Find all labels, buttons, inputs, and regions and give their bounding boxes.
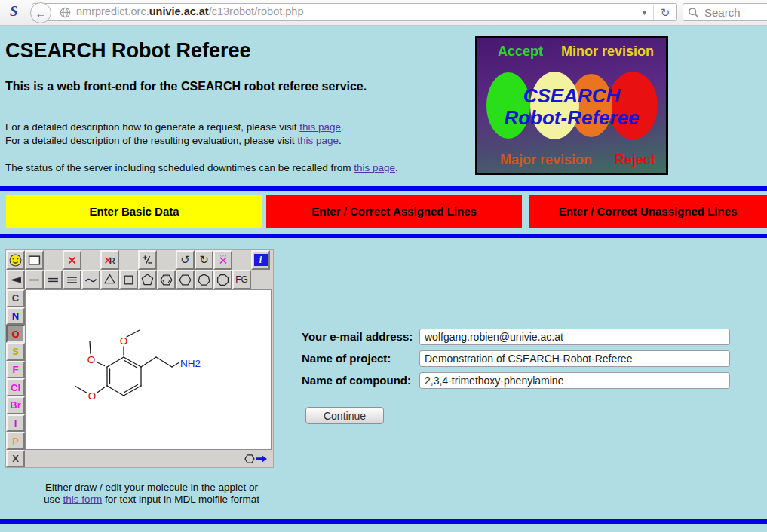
url-path: /c13robot/robot.php — [209, 5, 304, 17]
svg-text:R: R — [109, 255, 115, 264]
request-description-link[interactable]: this page — [299, 121, 341, 133]
info-icon: i — [254, 254, 268, 266]
redo-icon: ↻ — [199, 253, 209, 267]
single-bond-icon — [28, 274, 41, 286]
compound-name-field[interactable] — [419, 372, 730, 389]
element-button-carbon[interactable]: C — [6, 289, 25, 307]
url-history-caret-icon[interactable]: ▼ — [641, 9, 648, 17]
ring-8-button[interactable] — [213, 270, 232, 289]
toolbar-spacer — [44, 250, 63, 270]
chain-button[interactable] — [81, 270, 100, 289]
back-button[interactable]: ← — [30, 2, 51, 23]
clean-structure-button[interactable] — [213, 250, 232, 270]
oxygen-atom-label: O — [88, 390, 97, 402]
element-button-bromine[interactable]: Br — [6, 396, 25, 414]
charge-button[interactable] — [138, 250, 157, 270]
note-line2-pre: use — [44, 494, 63, 505]
browser-toolbar: S nmrpredict.orc.univie.ac.at/c13robot/r… — [0, 0, 767, 26]
evaluation-description-link[interactable]: this page — [297, 135, 339, 146]
pentagon-ring-icon — [141, 274, 154, 286]
export-molecule-icon[interactable] — [244, 453, 269, 465]
delete-group-icon: R — [103, 254, 116, 267]
divider-middle — [0, 234, 767, 238]
accept-label: Accept — [498, 44, 543, 60]
delete-icon — [66, 255, 78, 266]
para1-period: . — [341, 121, 344, 133]
divider-top — [0, 186, 767, 191]
description-line-2: For a detailed description of the result… — [5, 135, 342, 146]
toolbar-spacer — [119, 250, 138, 270]
server-status-link[interactable]: this page — [354, 162, 395, 173]
para2-text: For a detailed description of the result… — [5, 135, 297, 146]
stereo-bond-button[interactable] — [6, 270, 25, 289]
single-bond-button[interactable] — [25, 270, 44, 289]
delete-group-button[interactable]: R — [100, 250, 119, 270]
ring-4-button[interactable] — [119, 270, 138, 289]
oxygen-atom-label: O — [87, 354, 96, 365]
element-button-nitrogen[interactable]: N — [6, 307, 25, 326]
element-button-phosphorus[interactable]: P — [6, 432, 25, 450]
ring-6-button[interactable] — [176, 270, 195, 289]
element-column: C N O S F Cl Br I P — [6, 289, 25, 450]
note-line1: Either draw / edit your molecule in the … — [45, 482, 258, 493]
benzene-ring-icon — [160, 274, 173, 286]
description-line-1: For a detailed description how to genera… — [5, 121, 344, 133]
reload-button[interactable]: ↻ — [653, 5, 676, 20]
logo-title-line2: Robot-Referee — [477, 107, 666, 129]
element-button-fluorine[interactable]: F — [6, 361, 25, 379]
browser-search-box[interactable] — [683, 3, 767, 21]
functional-group-label: FG — [235, 274, 248, 285]
element-button-oxygen-selected[interactable]: O — [6, 325, 25, 343]
robot-referee-logo: Accept Minor revision CSEARCH Robot-Refe… — [475, 36, 668, 175]
tab-enter-correct-unassigned-lines[interactable]: Enter / Correct Unassigned Lines — [529, 195, 767, 228]
email-field[interactable] — [419, 329, 730, 345]
element-button-sulfur[interactable]: S — [6, 343, 25, 361]
session-manager-icon[interactable]: S — [10, 3, 18, 20]
url-bar[interactable]: nmrpredict.orc.univie.ac.at/c13robot/rob… — [32, 3, 677, 21]
triple-bond-icon — [66, 274, 78, 286]
triple-bond-button[interactable] — [63, 270, 81, 289]
undo-button[interactable]: ↺ — [176, 250, 195, 270]
element-button-x[interactable]: X — [6, 450, 25, 467]
editor-toolbar-row-1: R ↺ ↻ — [6, 250, 270, 270]
page-content: CSEARCH Robot Referee This is a web fron… — [0, 26, 767, 532]
square-ring-icon — [122, 274, 135, 286]
element-button-iodine[interactable]: I — [6, 414, 25, 433]
triangle-ring-icon — [103, 274, 116, 286]
logo-bottom-labels: Major revision Reject — [477, 152, 666, 168]
smiley-button[interactable] — [6, 250, 25, 270]
project-name-field[interactable] — [419, 350, 730, 367]
toolbar-spacer — [157, 250, 176, 270]
info-button[interactable]: i — [251, 250, 270, 270]
benzene-ring-button[interactable] — [157, 270, 176, 289]
toolbar-spacer — [81, 250, 100, 270]
ring-7-button[interactable] — [195, 270, 213, 289]
ring-5-button[interactable] — [138, 270, 157, 289]
logo-title: CSEARCH Robot-Referee — [477, 85, 666, 129]
continue-button[interactable]: Continue — [305, 407, 384, 424]
browser-search-input[interactable] — [703, 5, 767, 20]
element-button-chlorine[interactable]: Cl — [6, 378, 25, 396]
editor-toolbar-row-2: FG — [6, 270, 251, 289]
molfile-form-link[interactable]: this form — [63, 494, 102, 505]
molecule-drawing: O O O NH2 — [26, 290, 271, 449]
tab-enter-correct-assigned-lines[interactable]: Enter / Correct Assigned Lines — [266, 195, 522, 228]
redo-button[interactable]: ↻ — [195, 250, 213, 270]
page-subtitle: This is a web front-end for the CSEARCH … — [5, 80, 367, 93]
search-icon — [688, 7, 699, 18]
delete-button[interactable] — [63, 250, 81, 270]
rectangle-icon — [28, 254, 41, 267]
functional-group-button[interactable]: FG — [232, 270, 251, 289]
new-molecule-button[interactable] — [25, 250, 44, 270]
tab-enter-basic-data[interactable]: Enter Basic Data — [6, 195, 262, 228]
para3-text: The status of the server including sched… — [5, 162, 354, 173]
applet-note: Either draw / edit your molecule in the … — [27, 482, 276, 506]
amine-group-label: NH2 — [180, 358, 201, 369]
double-bond-button[interactable] — [44, 270, 63, 289]
molecule-drawing-canvas[interactable]: O O O NH2 — [25, 289, 272, 450]
hexagon-ring-icon — [179, 274, 192, 286]
logo-title-line1: CSEARCH — [477, 85, 666, 107]
project-label: Name of project: — [302, 352, 391, 365]
ring-3-button[interactable] — [100, 270, 119, 289]
logo-top-labels: Accept Minor revision — [477, 44, 666, 60]
